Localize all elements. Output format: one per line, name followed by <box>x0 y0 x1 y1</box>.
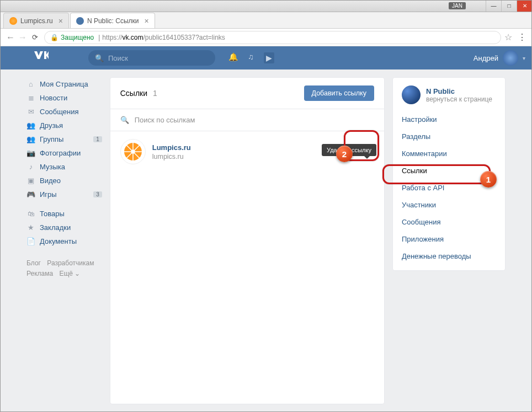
vk-search-box[interactable]: 🔍 Поиск <box>88 50 215 66</box>
address-bar[interactable]: 🔒 Защищено | https:// vk.com /public1641… <box>44 31 501 44</box>
badge: 1 <box>93 136 102 142</box>
music-icon: ♪ <box>26 163 35 171</box>
lock-icon: 🔒 <box>50 34 58 41</box>
url-path: /public164105337?act=links <box>143 34 225 41</box>
links-count: 1 <box>153 89 157 98</box>
page-body: ⌂Моя Страница≣Новости✉Сообщения👥Друзья👥Г… <box>0 69 532 412</box>
browser-toolbar: ← → ⟳ 🔒 Защищено | https:// vk.com /publ… <box>0 29 532 46</box>
notifications-icon[interactable]: 🔔 <box>228 52 238 63</box>
forward-button[interactable]: → <box>17 33 29 42</box>
link-title: Lumpics.ru <box>152 143 191 152</box>
window-titlebar: JAN — □ ✕ <box>0 0 532 12</box>
badge: 3 <box>93 191 102 197</box>
news-icon: ≣ <box>26 94 35 102</box>
maximize-button[interactable]: □ <box>501 1 517 12</box>
footer-links: Блог Разработчикам Реклама Ещё ⌄ <box>26 258 102 279</box>
back-button[interactable]: ← <box>4 33 17 42</box>
nav-Новости[interactable]: ≣Новости <box>26 91 102 105</box>
photos-icon: 📷 <box>26 149 35 157</box>
group-avatar <box>402 85 421 104</box>
url-host: vk.com <box>122 34 143 41</box>
vk-header: 🔍 Поиск 🔔 ♫ ▶ Андрей ▾ <box>0 46 532 69</box>
user-name: Андрей <box>474 54 498 62</box>
link-thumbnail <box>120 139 146 164</box>
browser-tabs: Lumpics.ru × N Public: Ссылки × <box>0 12 532 29</box>
avatar <box>503 50 518 66</box>
links-search[interactable]: 🔍 Поиск по ссылкам <box>110 109 384 131</box>
bookmarks-icon: ★ <box>26 223 35 232</box>
footer-blog[interactable]: Блог <box>26 259 41 267</box>
links-panel: Ссылки 1 Добавить ссылку 🔍 Поиск по ссыл… <box>110 77 385 404</box>
docs-icon: 📄 <box>26 237 35 245</box>
group-header[interactable]: N Public вернуться к странице <box>402 85 496 104</box>
callout-number-1: 1 <box>480 171 497 188</box>
right-column: N Public вернуться к странице НастройкиР… <box>392 77 506 404</box>
settings-menu: НастройкиРазделыКомментарииСсылкиРабота … <box>402 111 496 265</box>
link-url: lumpics.ru <box>152 153 191 160</box>
secure-label: Защищено <box>61 34 94 41</box>
jan-badge: JAN <box>449 2 466 9</box>
messages-icon: ✉ <box>26 108 35 116</box>
settings-menu-item[interactable]: Денежные переводы <box>402 248 496 265</box>
nav-Музыка[interactable]: ♪Музыка <box>26 160 102 174</box>
settings-menu-item[interactable]: Разделы <box>402 128 496 145</box>
callout-number-2: 2 <box>336 146 353 162</box>
add-link-button[interactable]: Добавить ссылку <box>304 85 374 101</box>
footer-devs[interactable]: Разработчикам <box>47 259 94 267</box>
chevron-down-icon: ▾ <box>523 55 525 61</box>
close-window-button[interactable]: ✕ <box>517 1 532 12</box>
settings-menu-item[interactable]: Сообщения <box>402 213 496 231</box>
nav-Закладки[interactable]: ★Закладки <box>26 221 102 234</box>
nav-Фотографии[interactable]: 📷Фотографии <box>26 146 102 160</box>
footer-more[interactable]: Ещё ⌄ <box>59 270 80 277</box>
tab-title: Lumpics.ru <box>20 17 53 25</box>
footer-ads[interactable]: Реклама <box>26 270 53 277</box>
browser-tab-vk[interactable]: N Public: Ссылки × <box>70 13 155 28</box>
panel-title: Ссылки 1 <box>120 89 157 98</box>
settings-menu-item[interactable]: Участники <box>402 196 496 213</box>
nav-Товары[interactable]: 🛍Товары <box>26 207 102 221</box>
group-name: N Public <box>426 87 492 95</box>
search-placeholder: Поиск <box>108 54 128 62</box>
settings-menu-item[interactable]: Настройки <box>402 111 496 128</box>
favicon-icon <box>9 17 17 25</box>
vk-logo[interactable] <box>33 51 49 62</box>
video-icon: ▣ <box>26 176 35 185</box>
search-icon: 🔍 <box>95 54 104 62</box>
delete-link-button[interactable]: Удалить ссылку ✕ <box>368 147 374 156</box>
reload-button[interactable]: ⟳ <box>29 33 41 41</box>
left-nav: ⌂Моя Страница≣Новости✉Сообщения👥Друзья👥Г… <box>26 77 102 404</box>
browser-tab-lumpics[interactable]: Lumpics.ru × <box>3 13 69 28</box>
play-icon[interactable]: ▶ <box>264 52 274 63</box>
close-tab-icon[interactable]: × <box>144 17 148 25</box>
search-icon: 🔍 <box>120 116 129 124</box>
url-prefix: https:// <box>102 34 122 41</box>
settings-menu-item[interactable]: Комментарии <box>402 145 496 162</box>
browser-menu-icon[interactable]: ⋮ <box>517 32 528 42</box>
user-menu[interactable]: Андрей ▾ <box>474 50 525 66</box>
minimize-button[interactable]: — <box>486 1 501 12</box>
tab-title: N Public: Ссылки <box>87 17 139 25</box>
nav-Документы[interactable]: 📄Документы <box>26 234 102 248</box>
music-icon[interactable]: ♫ <box>248 52 254 63</box>
back-to-page[interactable]: вернуться к странице <box>426 95 492 103</box>
settings-menu-item[interactable]: Приложения <box>402 231 496 248</box>
nav-Моя Страница[interactable]: ⌂Моя Страница <box>26 77 102 91</box>
nav-Видео[interactable]: ▣Видео <box>26 174 102 188</box>
home-icon: ⌂ <box>26 80 35 88</box>
close-tab-icon[interactable]: × <box>58 17 63 25</box>
bookmark-star-icon[interactable]: ☆ <box>504 32 517 42</box>
nav-Группы[interactable]: 👥Группы1 <box>26 132 102 146</box>
search-placeholder: Поиск по ссылкам <box>135 116 195 124</box>
nav-Друзья[interactable]: 👥Друзья <box>26 119 102 132</box>
market-icon: 🛍 <box>26 210 35 218</box>
friends-icon: 👥 <box>26 121 35 130</box>
groups-icon: 👥 <box>26 135 35 143</box>
nav-Игры[interactable]: 🎮Игры3 <box>26 188 102 201</box>
games-icon: 🎮 <box>26 190 35 199</box>
favicon-icon <box>76 17 84 25</box>
nav-Сообщения[interactable]: ✉Сообщения <box>26 105 102 119</box>
